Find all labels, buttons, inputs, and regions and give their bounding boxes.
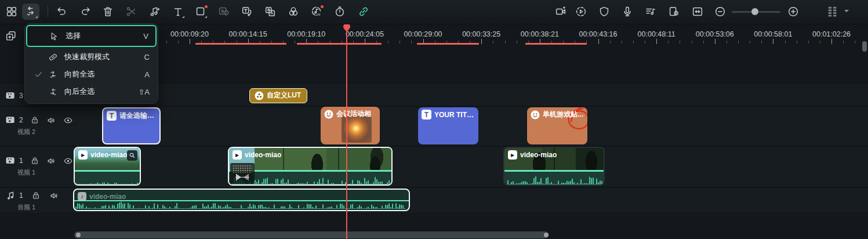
play-icon: ▶ (233, 150, 242, 160)
select-tool-dropdown-menu: 选择 V 快速裁剪模式 C 向前全选 A 向后全选 ⇧A (24, 23, 158, 104)
menu-item-select[interactable]: 选择 V (26, 25, 157, 47)
clip-label: YOUR TITL... (434, 111, 475, 119)
menu-item-select-all-backward[interactable]: 向后全选 ⇧A (26, 83, 157, 100)
clip-label: 请全选输入... (119, 111, 156, 121)
transition-icon[interactable] (230, 163, 255, 184)
mask-icon[interactable] (216, 3, 232, 20)
zoom-slider-handle[interactable] (751, 8, 758, 15)
zoom-out-button[interactable] (712, 3, 728, 20)
text-clip[interactable]: TYOUR TITL... (418, 107, 478, 144)
clip-label: 单机游戏贴... (543, 110, 583, 119)
playhead[interactable] (346, 22, 347, 239)
clip-waveform (75, 172, 140, 184)
fit-timeline-icon[interactable] (689, 3, 706, 20)
track-height-icon[interactable] (825, 3, 841, 20)
menu-item-shortcut: A (144, 70, 150, 79)
video-clip[interactable]: ▶video-miao (74, 147, 141, 186)
lut-clip[interactable]: 自定义LUT (249, 88, 307, 103)
undo-button[interactable] (54, 3, 70, 20)
toolbar-divider (48, 6, 48, 17)
menu-item-shortcut: V (143, 32, 148, 41)
menu-item-label: 向后全选 (64, 86, 95, 97)
menu-item-quick-trim[interactable]: 快速裁剪模式 C (26, 48, 157, 66)
shield-icon[interactable] (596, 3, 612, 20)
delete-icon[interactable] (100, 3, 116, 20)
redo-button[interactable] (77, 3, 93, 20)
scissors-icon[interactable] (123, 3, 139, 20)
clip-label: video-miao (245, 151, 281, 159)
preview-render-icon[interactable] (573, 3, 589, 20)
menu-item-select-all-forward[interactable]: 向前全选 A (26, 66, 157, 83)
select-forward-icon (48, 70, 64, 79)
blend-icon[interactable] (285, 3, 302, 20)
text-tool-button[interactable] (170, 3, 186, 20)
select-tool-button[interactable] (22, 3, 39, 20)
checkmark-icon (34, 70, 48, 79)
play-icon: ▶ (508, 150, 517, 160)
sticker-smiley-icon (531, 110, 540, 119)
preview-device-icon[interactable] (666, 3, 682, 20)
audio-clip[interactable]: ♪video-miao (73, 189, 410, 211)
clip-label: 自定义LUT (267, 90, 301, 100)
freeze-frame-icon[interactable] (127, 150, 137, 161)
music-note-icon: ♪ (78, 192, 86, 201)
menu-item-shortcut: C (144, 53, 150, 61)
ai-audio-icon[interactable]: AI (308, 3, 325, 20)
clip-label: video-miao (520, 151, 557, 159)
cursor-icon (49, 31, 66, 41)
sticker-clip[interactable]: 会议活动相 (321, 107, 380, 144)
timeline-toolbar: A AI (0, 0, 868, 24)
export-frame-icon[interactable] (553, 3, 569, 20)
text-clip-icon: T (422, 110, 431, 119)
sticker-smiley-icon (324, 110, 333, 119)
text-clip-icon: T (107, 111, 117, 121)
sticker-clip[interactable]: 单机游戏贴... (527, 107, 587, 144)
vertical-scrollbar[interactable] (862, 41, 867, 52)
play-icon: ▶ (78, 150, 88, 160)
text-clip[interactable]: T请全选输入... (102, 107, 161, 144)
clip-label: video-miao (89, 193, 126, 201)
link-icon[interactable] (355, 3, 372, 20)
scrollbar-right-handle[interactable] (544, 233, 549, 237)
video-editor-timeline-panel: A AI (0, 0, 868, 239)
svg-text:AI: AI (317, 13, 321, 16)
video-clip[interactable]: ▶video-miao (228, 147, 393, 186)
audio-list-icon[interactable] (642, 3, 659, 20)
scrollbar-left-handle[interactable] (76, 233, 81, 237)
blade-icon (48, 52, 64, 62)
apps-grid-icon[interactable] (3, 3, 20, 20)
detach-audio-icon[interactable] (146, 3, 162, 20)
clip-label: 会议活动相 (336, 109, 371, 119)
timer-speed-icon[interactable] (332, 3, 348, 20)
horizontal-scrollbar[interactable] (74, 231, 549, 238)
microphone-icon[interactable] (619, 3, 635, 20)
lut-icon (255, 91, 264, 100)
clip-label: video-miao (90, 151, 127, 159)
menu-item-shortcut: ⇧A (138, 88, 150, 96)
menu-item-label: 向前全选 (64, 69, 95, 79)
track-height-caret-icon[interactable] (844, 10, 849, 15)
placeholder-frame-icon[interactable] (193, 3, 209, 20)
zoom-in-button[interactable] (785, 3, 801, 20)
clip-waveform (504, 172, 604, 184)
text-to-speech-icon[interactable] (239, 3, 255, 20)
menu-item-label: 快速裁剪模式 (64, 52, 110, 62)
select-backward-icon (48, 87, 64, 97)
translate-icon[interactable]: A (262, 3, 278, 20)
video-clip[interactable]: ▶video-miao (503, 147, 605, 186)
svg-text:A: A (270, 10, 273, 16)
menu-item-label: 选择 (66, 31, 81, 41)
